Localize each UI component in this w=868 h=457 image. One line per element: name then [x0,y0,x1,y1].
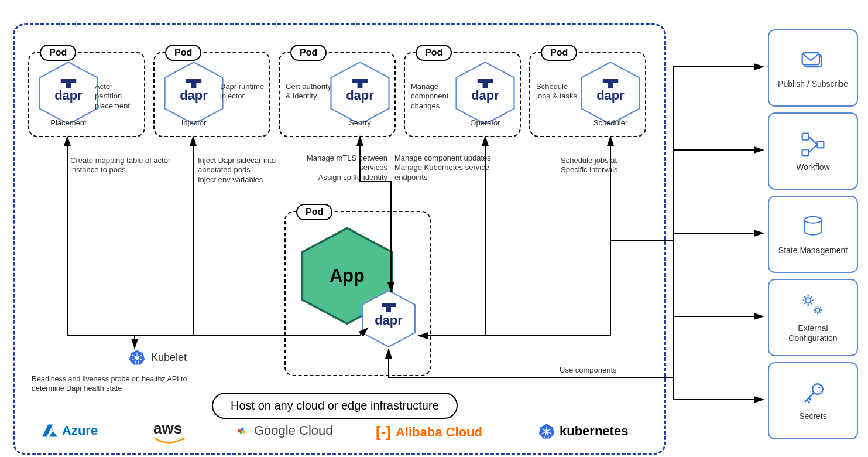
svc-pubsub: Publish / Subscribe [768,29,858,107]
alibaba-bracket-icon: [-] [376,423,391,441]
envelope-icon [800,47,826,74]
logo-azure-text: Azure [62,423,98,438]
svg-line-76 [820,312,821,313]
svg-rect-23 [382,303,396,307]
logo-kubernetes: kubernetes [538,423,628,439]
svg-marker-37 [183,437,185,441]
database-icon [801,214,825,241]
svg-line-66 [804,303,805,305]
svg-text:dapr: dapr [346,88,374,103]
arrow-label-sentry: Manage mTLS between services Assign spif… [306,154,387,182]
azure-icon [42,423,57,438]
dapr-hex-sentry: dapr [328,61,392,125]
hex-caption-operator: Operator [453,118,517,127]
kubelet-label: Kubelet [151,352,187,364]
dapr-hex-operator: dapr [453,61,517,125]
svc-label: Workflow [792,162,833,172]
svc-label: State Management [775,245,851,255]
svg-point-78 [818,386,821,388]
pod-desc-injector: Dapr runtime injector [220,82,267,101]
svg-rect-53 [802,133,809,139]
arrow-label-injector: Inject Dapr sidecar into annotated pods … [198,156,297,185]
logo-azure: Azure [42,423,98,438]
svg-text:dapr: dapr [375,313,403,328]
hex-caption-scheduler: Scheduler [578,118,643,127]
logo-aws-text: aws [153,420,182,438]
svg-rect-17 [603,79,618,83]
pod-badge: Pod [40,45,76,61]
workflow-icon [800,131,826,158]
svg-text:dapr: dapr [596,88,625,103]
svg-rect-54 [817,141,824,148]
svg-rect-1 [61,79,76,83]
svg-text:dapr: dapr [471,88,499,103]
svg-rect-55 [802,149,809,156]
use-components-label: Use components [560,366,653,375]
svg-point-41 [240,431,242,434]
kubelet-note: Readiness and liveness probe on healthz … [32,375,213,393]
svg-point-59 [805,298,811,303]
svg-rect-14 [483,83,488,88]
svg-line-75 [815,312,815,313]
svg-line-73 [815,307,815,308]
svg-line-65 [811,296,812,298]
arrow-label-operator: Manage component updates Manage Kubernet… [394,154,494,182]
host-capsule: Host on any cloud or edge infrastructure [212,393,458,419]
logo-gcp-text: Google Cloud [254,423,333,438]
pod-badge: Pod [296,204,332,220]
svg-line-81 [809,398,811,400]
gcp-icon [234,423,249,438]
aws-smile-icon [153,436,185,448]
pod-badge: Pod [416,45,452,61]
svg-rect-13 [478,79,493,83]
logo-aws: aws [153,420,182,438]
arrow-label-scheduler: Schedule jobs at Specific intervals [561,156,643,175]
svg-line-56 [809,137,818,145]
kubernetes-icon [129,349,145,366]
pod-desc-scheduler: Schedule jobs & tasks [536,82,583,101]
logo-gcp: Google Cloud [234,423,333,438]
svg-line-67 [811,303,812,305]
arrow-label-placement: Create mapping table of actor instance t… [70,156,176,175]
svg-point-77 [812,384,823,394]
svc-secrets: Secrets [768,362,858,439]
hex-caption-sentry: Sentry [328,118,392,127]
pod-badge: Pod [541,45,577,61]
svc-label: External Configuration [769,323,857,343]
svg-text:dapr: dapr [180,88,208,103]
svg-text:App: App [330,265,364,286]
svc-workflow: Workflow [768,112,858,190]
svg-line-57 [809,145,818,153]
kubernetes-icon [538,423,555,439]
pod-desc-operator: Manage component changes [411,82,458,111]
svg-rect-2 [66,83,71,88]
svg-rect-18 [608,83,613,88]
svc-label: Publish / Subscribe [774,79,852,89]
kubelet: Kubelet [129,349,187,366]
hex-caption-placement: Placement [36,118,101,127]
svc-config: External Configuration [768,279,858,356]
pod-desc-placement: Actor partition placement [95,82,142,111]
dapr-hex-scheduler: dapr [578,61,643,125]
svg-line-74 [820,307,821,308]
svg-rect-9 [352,79,368,83]
svg-rect-6 [191,83,197,88]
logo-alibaba-text: Alibaba Cloud [396,425,482,440]
svg-line-64 [804,296,805,298]
svg-point-40 [242,430,245,433]
svg-rect-52 [802,53,819,64]
svg-point-68 [816,308,820,312]
svg-rect-10 [358,83,363,88]
svc-label: Secrets [795,411,830,421]
hex-caption-injector: Injector [162,118,226,127]
svg-text:dapr: dapr [54,88,83,103]
pod-badge: Pod [165,45,201,61]
svg-rect-5 [186,79,201,83]
logo-kubernetes-text: kubernetes [560,424,628,439]
key-icon [800,381,826,407]
dapr-hex-injector: dapr [162,61,226,125]
svg-rect-24 [386,307,391,312]
logo-alibaba: [-] Alibaba Cloud [376,423,482,441]
pod-badge: Pod [290,45,327,61]
pod-desc-sentry: Cert authority & identity [286,82,332,101]
